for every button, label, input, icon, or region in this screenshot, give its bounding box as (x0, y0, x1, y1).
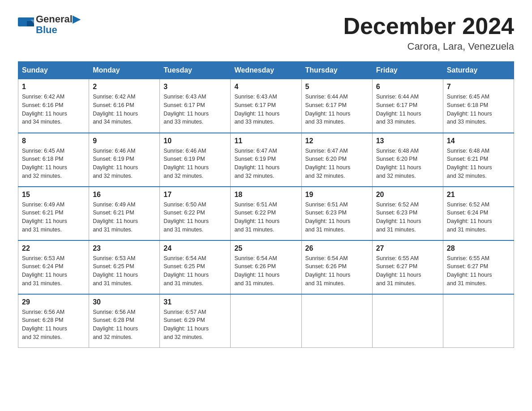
weekday-header-thursday: Thursday (301, 62, 372, 79)
day-info: Sunrise: 6:50 AMSunset: 6:22 PMDaylight:… (163, 201, 227, 234)
calendar-cell: 25Sunrise: 6:54 AMSunset: 6:26 PMDayligh… (231, 240, 301, 294)
calendar-cell: 17Sunrise: 6:50 AMSunset: 6:22 PMDayligh… (160, 187, 231, 240)
calendar-cell: 11Sunrise: 6:47 AMSunset: 6:19 PMDayligh… (231, 133, 301, 187)
day-info: Sunrise: 6:45 AMSunset: 6:18 PMDaylight:… (447, 93, 510, 126)
day-number: 20 (376, 191, 439, 199)
day-info: Sunrise: 6:53 AMSunset: 6:24 PMDaylight:… (22, 254, 85, 288)
day-number: 24 (163, 244, 227, 253)
calendar-cell: 23Sunrise: 6:53 AMSunset: 6:25 PMDayligh… (89, 240, 160, 294)
day-info: Sunrise: 6:54 AMSunset: 6:26 PMDaylight:… (234, 254, 297, 288)
calendar-cell: 28Sunrise: 6:55 AMSunset: 6:27 PMDayligh… (443, 240, 514, 294)
calendar-cell: 18Sunrise: 6:51 AMSunset: 6:22 PMDayligh… (231, 187, 301, 240)
day-info: Sunrise: 6:44 AMSunset: 6:17 PMDaylight:… (376, 93, 439, 126)
calendar-week-row: 29Sunrise: 6:56 AMSunset: 6:28 PMDayligh… (18, 294, 514, 348)
day-info: Sunrise: 6:56 AMSunset: 6:28 PMDaylight:… (22, 308, 85, 342)
calendar-cell (443, 294, 514, 348)
day-number: 27 (376, 244, 439, 253)
day-number: 18 (234, 191, 297, 199)
day-number: 9 (93, 137, 156, 145)
day-info: Sunrise: 6:42 AMSunset: 6:16 PMDaylight:… (22, 93, 85, 126)
day-number: 28 (447, 244, 510, 253)
calendar-cell: 6Sunrise: 6:44 AMSunset: 6:17 PMDaylight… (372, 79, 443, 133)
logo-general: General (36, 13, 73, 25)
calendar-cell: 15Sunrise: 6:49 AMSunset: 6:21 PMDayligh… (18, 187, 89, 240)
calendar-cell: 10Sunrise: 6:46 AMSunset: 6:19 PMDayligh… (160, 133, 231, 187)
day-info: Sunrise: 6:44 AMSunset: 6:17 PMDaylight:… (305, 93, 369, 126)
calendar-week-row: 8Sunrise: 6:45 AMSunset: 6:18 PMDaylight… (18, 133, 514, 187)
calendar-cell: 8Sunrise: 6:45 AMSunset: 6:18 PMDaylight… (18, 133, 89, 187)
calendar-cell: 3Sunrise: 6:43 AMSunset: 6:17 PMDaylight… (160, 79, 231, 133)
day-number: 11 (234, 137, 297, 145)
day-number: 13 (376, 137, 439, 145)
day-number: 31 (163, 298, 227, 306)
day-number: 17 (163, 191, 227, 199)
calendar-cell (372, 294, 443, 348)
calendar-cell: 31Sunrise: 6:57 AMSunset: 6:29 PMDayligh… (160, 294, 231, 348)
calendar-cell: 4Sunrise: 6:43 AMSunset: 6:17 PMDaylight… (231, 79, 301, 133)
day-number: 2 (93, 83, 156, 91)
calendar-cell: 14Sunrise: 6:48 AMSunset: 6:21 PMDayligh… (443, 133, 514, 187)
calendar-week-row: 1Sunrise: 6:42 AMSunset: 6:16 PMDaylight… (18, 79, 514, 133)
day-number: 15 (22, 191, 85, 199)
calendar-cell (231, 294, 301, 348)
calendar-table: SundayMondayTuesdayWednesdayThursdayFrid… (18, 61, 514, 348)
day-info: Sunrise: 6:43 AMSunset: 6:17 PMDaylight:… (163, 93, 227, 126)
day-info: Sunrise: 6:57 AMSunset: 6:29 PMDaylight:… (163, 308, 227, 342)
day-number: 25 (234, 244, 297, 253)
day-info: Sunrise: 6:49 AMSunset: 6:21 PMDaylight:… (93, 201, 156, 234)
day-number: 7 (447, 83, 510, 91)
logo-icon (18, 17, 34, 31)
calendar-cell: 29Sunrise: 6:56 AMSunset: 6:28 PMDayligh… (18, 294, 89, 348)
day-info: Sunrise: 6:48 AMSunset: 6:20 PMDaylight:… (376, 147, 439, 180)
day-info: Sunrise: 6:52 AMSunset: 6:24 PMDaylight:… (447, 201, 510, 234)
day-number: 19 (305, 191, 369, 199)
day-info: Sunrise: 6:46 AMSunset: 6:19 PMDaylight:… (163, 147, 227, 180)
day-info: Sunrise: 6:51 AMSunset: 6:22 PMDaylight:… (234, 201, 297, 234)
calendar-cell: 5Sunrise: 6:44 AMSunset: 6:17 PMDaylight… (301, 79, 372, 133)
day-info: Sunrise: 6:48 AMSunset: 6:21 PMDaylight:… (447, 147, 510, 180)
calendar-cell: 9Sunrise: 6:46 AMSunset: 6:19 PMDaylight… (89, 133, 160, 187)
calendar-cell: 22Sunrise: 6:53 AMSunset: 6:24 PMDayligh… (18, 240, 89, 294)
day-info: Sunrise: 6:51 AMSunset: 6:23 PMDaylight:… (305, 201, 369, 234)
day-info: Sunrise: 6:49 AMSunset: 6:21 PMDaylight:… (22, 201, 85, 234)
logo: General▶ Blue (18, 13, 80, 35)
day-number: 12 (305, 137, 369, 145)
page-header: General▶ Blue December 2024 Carora, Lara… (18, 13, 514, 52)
calendar-cell (301, 294, 372, 348)
day-info: Sunrise: 6:53 AMSunset: 6:25 PMDaylight:… (93, 254, 156, 288)
calendar-cell: 24Sunrise: 6:54 AMSunset: 6:25 PMDayligh… (160, 240, 231, 294)
calendar-cell: 7Sunrise: 6:45 AMSunset: 6:18 PMDaylight… (443, 79, 514, 133)
calendar-cell: 21Sunrise: 6:52 AMSunset: 6:24 PMDayligh… (443, 187, 514, 240)
day-number: 26 (305, 244, 369, 253)
day-number: 3 (163, 83, 227, 91)
calendar-cell: 19Sunrise: 6:51 AMSunset: 6:23 PMDayligh… (301, 187, 372, 240)
calendar-cell: 20Sunrise: 6:52 AMSunset: 6:23 PMDayligh… (372, 187, 443, 240)
day-info: Sunrise: 6:46 AMSunset: 6:19 PMDaylight:… (93, 147, 156, 180)
calendar-subtitle: Carora, Lara, Venezuela (343, 41, 514, 52)
calendar-cell: 27Sunrise: 6:55 AMSunset: 6:27 PMDayligh… (372, 240, 443, 294)
day-number: 8 (22, 137, 85, 145)
calendar-title: December 2024 (343, 13, 514, 39)
calendar-cell: 13Sunrise: 6:48 AMSunset: 6:20 PMDayligh… (372, 133, 443, 187)
calendar-week-row: 22Sunrise: 6:53 AMSunset: 6:24 PMDayligh… (18, 240, 514, 294)
day-number: 4 (234, 83, 297, 91)
day-info: Sunrise: 6:55 AMSunset: 6:27 PMDaylight:… (376, 254, 439, 288)
calendar-cell: 2Sunrise: 6:42 AMSunset: 6:16 PMDaylight… (89, 79, 160, 133)
logo-text: General▶ Blue (36, 13, 80, 35)
day-number: 14 (447, 137, 510, 145)
day-number: 16 (93, 191, 156, 199)
calendar-cell: 30Sunrise: 6:56 AMSunset: 6:28 PMDayligh… (89, 294, 160, 348)
day-info: Sunrise: 6:55 AMSunset: 6:27 PMDaylight:… (447, 254, 510, 288)
weekday-header-monday: Monday (89, 62, 160, 79)
calendar-cell: 16Sunrise: 6:49 AMSunset: 6:21 PMDayligh… (89, 187, 160, 240)
day-info: Sunrise: 6:42 AMSunset: 6:16 PMDaylight:… (93, 93, 156, 126)
weekday-header-row: SundayMondayTuesdayWednesdayThursdayFrid… (18, 62, 514, 79)
day-number: 10 (163, 137, 227, 145)
day-info: Sunrise: 6:54 AMSunset: 6:26 PMDaylight:… (305, 254, 369, 288)
calendar-header: December 2024 Carora, Lara, Venezuela (343, 13, 514, 52)
weekday-header-tuesday: Tuesday (160, 62, 231, 79)
day-number: 5 (305, 83, 369, 91)
day-info: Sunrise: 6:47 AMSunset: 6:20 PMDaylight:… (305, 147, 369, 180)
day-info: Sunrise: 6:43 AMSunset: 6:17 PMDaylight:… (234, 93, 297, 126)
day-number: 21 (447, 191, 510, 199)
